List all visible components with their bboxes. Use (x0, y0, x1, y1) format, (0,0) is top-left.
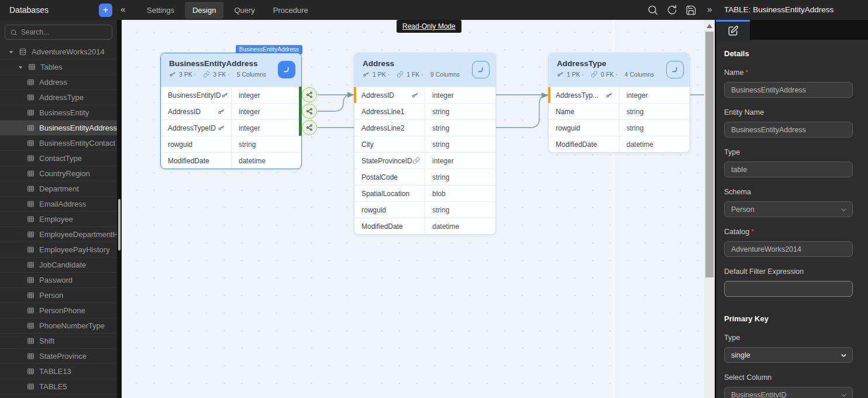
collapse-relations-button[interactable] (666, 61, 684, 78)
node-header[interactable]: Address 1 PK · 1 FK · 9 Columns (354, 53, 495, 87)
column-name: SpatialLocation (361, 190, 409, 198)
table-icon (27, 139, 35, 147)
pk-column-select[interactable]: BusinessEntityID (724, 387, 853, 398)
collapse-sidebar-icon[interactable]: « (120, 4, 125, 14)
catalog-field[interactable] (724, 241, 853, 257)
pk-type-label: Type (724, 334, 860, 342)
fk-handle-addressid[interactable] (302, 104, 317, 119)
pk-type-select[interactable]: single (724, 347, 853, 363)
column-row[interactable]: rowguid string (161, 136, 301, 152)
table-list-item[interactable]: ContactType (0, 151, 117, 166)
table-node-businessentityaddress[interactable]: BusinessEntityAddress BusinessEntityAddr… (160, 53, 302, 169)
table-list-item[interactable]: EmployeePayHistory (0, 242, 117, 258)
column-row[interactable]: AddressLine1 string (354, 103, 495, 119)
column-row[interactable]: ModifiedDate datetime (549, 136, 690, 152)
column-row[interactable]: Name string (549, 103, 690, 119)
column-row[interactable]: ModifiedDate datetime (354, 218, 495, 234)
table-list-item[interactable]: EmailAddress (0, 197, 117, 212)
column-row[interactable]: AddressID integer (161, 103, 301, 119)
table-list-item[interactable]: Employee (0, 212, 117, 227)
arrowhead (542, 92, 548, 98)
column-row[interactable]: AddressTypeID integer (161, 119, 301, 136)
node-header[interactable]: AddressType 1 PK · 0 FK · 4 Columns (549, 53, 690, 87)
chevron-down-icon[interactable] (8, 49, 14, 55)
readonly-mode-badge[interactable]: Read-Only Mode (397, 20, 461, 33)
view-tab[interactable]: Settings (139, 2, 182, 19)
expand-panel-icon[interactable]: » (707, 4, 712, 14)
fk-handle-businessentityid[interactable] (302, 87, 317, 102)
table-list-item[interactable]: Department (0, 181, 117, 197)
table-list-item[interactable]: Person (0, 288, 117, 303)
chevron-down-icon[interactable] (18, 64, 23, 70)
table-list-item[interactable]: PersonPhone (0, 303, 117, 318)
column-type: datetime (425, 218, 495, 234)
table-icon (27, 352, 35, 360)
edge-addressid[interactable] (318, 95, 351, 111)
table-list-item[interactable]: TABLE13 (0, 364, 117, 379)
view-tab[interactable]: Design (185, 2, 223, 19)
curve-icon (476, 65, 485, 74)
table-list-item[interactable]: CountryRegion (0, 166, 117, 181)
tab-edit[interactable] (716, 20, 750, 40)
column-row[interactable]: rowguid string (549, 119, 690, 136)
table-name: Employee (39, 215, 73, 224)
table-list-item[interactable]: Shift (0, 334, 117, 349)
table-list-item[interactable]: EmployeeDepartmentHistory (0, 227, 117, 242)
table-list-item[interactable]: AddressType (0, 90, 117, 105)
search-input[interactable] (21, 28, 103, 36)
column-row[interactable]: AddressTyp... integer (549, 87, 690, 103)
design-canvas[interactable]: Read-Only Mode BusinessEntityAddress Bus… (122, 20, 704, 398)
collapse-relations-button[interactable] (278, 61, 295, 78)
table-list-item[interactable]: BusinessEntityContact (0, 136, 117, 151)
table-icon (27, 231, 35, 238)
column-row[interactable]: rowguid string (354, 201, 495, 218)
column-row[interactable]: PostalCode string (354, 169, 495, 185)
node-header[interactable]: BusinessEntityAddress 3 PK · 3 FK · 5 Co… (161, 53, 301, 87)
table-name: Password (39, 276, 73, 284)
column-row[interactable]: AddressLine2 string (354, 119, 495, 136)
column-row[interactable]: SpatialLocation blob (354, 185, 495, 201)
view-tab[interactable]: Procedure (266, 2, 316, 19)
table-icon (27, 246, 35, 253)
column-row[interactable]: BusinessEntityID integer (161, 87, 301, 103)
tree-item-tables-group[interactable]: Tables (0, 60, 117, 75)
view-tab[interactable]: Query (226, 2, 262, 19)
collapse-relations-button[interactable] (472, 61, 490, 78)
column-row[interactable]: StateProvinceID integer (354, 152, 495, 169)
column-row[interactable]: City string (354, 136, 495, 152)
table-list-item[interactable]: JobCandidate (0, 258, 117, 273)
table-list-item[interactable]: PhoneNumberType (0, 318, 117, 334)
table-name: JobCandidate (39, 260, 86, 269)
tree-item-database[interactable]: AdventureWorks2014 (0, 44, 117, 60)
fk-handle-addresstypeid[interactable] (302, 120, 317, 135)
refresh-icon[interactable] (666, 4, 678, 16)
chevron-down-icon (840, 392, 848, 398)
column-type: datetime (231, 153, 301, 169)
sidebar-scrollbar-thumb[interactable] (118, 199, 120, 251)
table-list-item[interactable]: Password (0, 273, 117, 288)
type-field[interactable] (724, 162, 853, 177)
column-row[interactable]: ModifiedDate datetime (161, 152, 301, 169)
table-list-item[interactable]: BusinessEntity (0, 105, 117, 121)
table-list-item[interactable]: Address (0, 75, 117, 90)
chevron-down-icon (840, 352, 848, 359)
table-list-item[interactable]: StateProvince (0, 349, 117, 364)
add-database-button[interactable]: + (99, 4, 112, 17)
column-row[interactable]: AddressID integer (354, 87, 495, 103)
key-icon (605, 91, 613, 99)
table-node-addresstype[interactable]: AddressType 1 PK · 0 FK · 4 Columns Addr… (548, 53, 690, 153)
entity-name-field[interactable] (724, 122, 853, 138)
schema-select[interactable]: Person (724, 201, 853, 217)
table-list-item[interactable]: TABLE5 (0, 379, 117, 394)
filter-expression-field[interactable] (724, 281, 853, 297)
save-icon[interactable] (686, 5, 697, 16)
entity-name-label: Entity Name (724, 108, 860, 116)
canvas-scrollbar-thumb[interactable] (705, 32, 714, 277)
scroll-up-arrow[interactable] (707, 24, 712, 28)
column-name: PostalCode (361, 173, 398, 181)
table-list-item[interactable]: BusinessEntityAddress (0, 121, 117, 136)
search-icon[interactable] (647, 4, 659, 16)
table-node-address[interactable]: Address 1 PK · 1 FK · 9 Columns AddressI… (354, 53, 496, 235)
share-icon (306, 91, 313, 98)
name-field[interactable] (724, 82, 853, 98)
